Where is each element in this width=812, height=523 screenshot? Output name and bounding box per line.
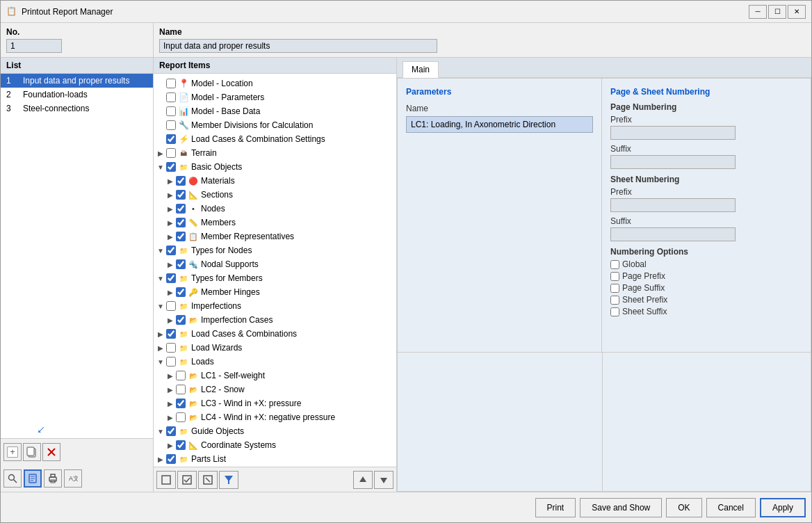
checkbox-lc3[interactable] — [176, 399, 186, 408]
sheet-prefix-checkbox[interactable] — [610, 296, 619, 305]
sheet-suffix-input[interactable] — [610, 227, 736, 241]
checkbox-basic-objects[interactable] — [166, 162, 176, 172]
tree-item-lc1[interactable]: ▶ 📂 LC1 - Self-weight — [154, 369, 396, 383]
tree-item-load-wizards[interactable]: ▶ 📁 Load Wizards — [154, 341, 396, 355]
expander[interactable]: ▶ — [165, 177, 176, 185]
tree-item-lc2[interactable]: ▶ 📂 LC2 - Snow — [154, 383, 396, 396]
expander[interactable]: ▶ — [165, 442, 176, 449]
checkbox-load-wizards[interactable] — [166, 343, 176, 353]
expander[interactable]: ▶ — [165, 289, 176, 296]
print-icon-button[interactable] — [44, 469, 62, 488]
expander[interactable]: ▼ — [155, 303, 166, 310]
expander[interactable]: ▶ — [165, 233, 176, 241]
expander[interactable]: ▼ — [155, 163, 166, 171]
tree-item-imperfection-cases[interactable]: ▶ 📂 Imperfection Cases — [154, 313, 396, 327]
expander[interactable]: ▼ — [155, 358, 166, 366]
check-selected-button[interactable] — [177, 471, 197, 489]
tree-item-coord-systems[interactable]: ▶ 📐 Coordinate Systems — [154, 438, 396, 452]
tree-item-parts-list[interactable]: ▶ 📁 Parts List — [154, 452, 396, 466]
expander[interactable]: ▼ — [155, 247, 166, 255]
tree-item-model-basedata[interactable]: 📊 Model - Base Data — [154, 104, 396, 118]
expander[interactable]: ▶ — [165, 400, 176, 408]
expander[interactable]: ▶ — [155, 330, 166, 338]
move-up-button[interactable] — [353, 471, 373, 489]
close-button[interactable]: ✕ — [788, 5, 806, 19]
checkbox-sections[interactable] — [176, 190, 186, 200]
checkbox-load-cases-settings[interactable] — [166, 134, 176, 144]
checkbox-terrain[interactable] — [166, 148, 176, 158]
tree-item-members[interactable]: ▶ 📏 Members — [154, 216, 396, 230]
list-item[interactable]: 1 Input data and proper results — [1, 74, 153, 88]
sheet-prefix-input[interactable] — [610, 198, 736, 212]
tree-item-member-rep[interactable]: ▶ 📋 Member Representatives — [154, 230, 396, 243]
report-icon-button[interactable] — [24, 469, 42, 488]
list-item[interactable]: 2 Foundation-loads — [1, 88, 153, 102]
expander[interactable]: ▶ — [165, 219, 176, 227]
maximize-button[interactable]: ☐ — [768, 5, 786, 19]
tree-item-loads[interactable]: ▼ 📁 Loads — [154, 355, 396, 369]
name-input[interactable] — [159, 39, 437, 53]
expander[interactable]: ▶ — [165, 386, 176, 394]
global-checkbox[interactable] — [610, 260, 619, 269]
filter-button[interactable] — [219, 471, 238, 489]
expander[interactable]: ▼ — [155, 275, 166, 282]
checkbox-model-location[interactable] — [166, 79, 176, 88]
copy-list-button[interactable] — [23, 443, 41, 461]
tree-item-model-parameters[interactable]: 📄 Model - Parameters — [154, 90, 396, 104]
tree-item-member-hinges[interactable]: ▶ 🔑 Member Hinges — [154, 285, 396, 299]
tree-item-load-cases-combos[interactable]: ▶ 📁 Load Cases & Combinations — [154, 327, 396, 341]
minimize-button[interactable]: ─ — [749, 5, 767, 19]
checkbox-nodes[interactable] — [176, 204, 186, 214]
move-down-button[interactable] — [374, 471, 393, 489]
checkbox-types-members[interactable] — [166, 273, 176, 283]
save-and-show-button[interactable]: Save and Show — [580, 498, 662, 517]
checkbox-coord-systems[interactable] — [176, 440, 186, 450]
tree-item-guide-objects[interactable]: ▼ 📁 Guide Objects — [154, 424, 396, 438]
checkbox-materials[interactable] — [176, 176, 186, 186]
no-input[interactable] — [6, 39, 62, 53]
checkbox-nodal-supports[interactable] — [176, 259, 186, 269]
checkbox-imperfections[interactable] — [166, 301, 176, 311]
checkbox-lc4[interactable] — [176, 412, 186, 422]
expander[interactable]: ▶ — [155, 150, 166, 157]
apply-button[interactable]: Apply — [760, 498, 806, 517]
expander[interactable]: ▶ — [165, 191, 176, 199]
page-prefix-input[interactable] — [610, 126, 736, 140]
tree-item-nodal-supports[interactable]: ▶ 🔩 Nodal Supports — [154, 257, 396, 271]
expander[interactable]: ▶ — [165, 261, 176, 268]
expander[interactable]: ▶ — [165, 316, 176, 324]
tree-item-basic-objects[interactable]: ▼ 📁 Basic Objects — [154, 160, 396, 174]
tab-main[interactable]: Main — [403, 61, 439, 78]
tree-item-lc3[interactable]: ▶ 📂 LC3 - Wind in +X: pressure — [154, 396, 396, 410]
expander[interactable]: ▶ — [155, 344, 166, 352]
expander[interactable]: ▶ — [165, 372, 176, 380]
list-item[interactable]: 3 Steel-connections — [1, 102, 153, 115]
delete-list-button[interactable] — [42, 443, 60, 461]
tree-item-imperfections[interactable]: ▼ 📁 Imperfections — [154, 299, 396, 313]
add-list-button[interactable]: + — [3, 443, 22, 461]
tree-item-model-location[interactable]: 📍 Model - Location — [154, 77, 396, 90]
checkbox-imperfection-cases[interactable] — [176, 315, 186, 325]
tree-item-terrain[interactable]: ▶ 🏔 Terrain — [154, 146, 396, 160]
expander[interactable]: ▶ — [165, 205, 176, 213]
checkbox-member-divisions[interactable] — [166, 120, 176, 130]
checkbox-loads[interactable] — [166, 357, 176, 367]
tree-item-member-divisions[interactable]: 🔧 Member Divisions for Calculation — [154, 118, 396, 132]
search-icon-button[interactable] — [3, 469, 22, 488]
checkbox-types-nodes[interactable] — [166, 246, 176, 255]
page-suffix-input[interactable] — [610, 155, 736, 169]
expander[interactable]: ▶ — [155, 456, 166, 463]
checkbox-lc2[interactable] — [176, 385, 186, 394]
checkbox-lc1[interactable] — [176, 371, 186, 380]
tree-item-sections[interactable]: ▶ 📐 Sections — [154, 188, 396, 202]
checkbox-members[interactable] — [176, 218, 186, 227]
checkbox-parts-list[interactable] — [166, 454, 176, 464]
page-suffix-checkbox[interactable] — [610, 284, 619, 293]
expander[interactable]: ▶ — [165, 414, 176, 421]
sheet-suffix-checkbox[interactable] — [610, 307, 619, 316]
tree-item-nodes[interactable]: ▶ • Nodes — [154, 202, 396, 216]
tree-item-types-nodes[interactable]: ▼ 📁 Types for Nodes — [154, 243, 396, 257]
tree-item-load-cases-settings[interactable]: ⚡ Load Cases & Combination Settings — [154, 132, 396, 146]
checkbox-load-cases-combos[interactable] — [166, 329, 176, 339]
tree-item-materials[interactable]: ▶ 🔴 Materials — [154, 174, 396, 188]
